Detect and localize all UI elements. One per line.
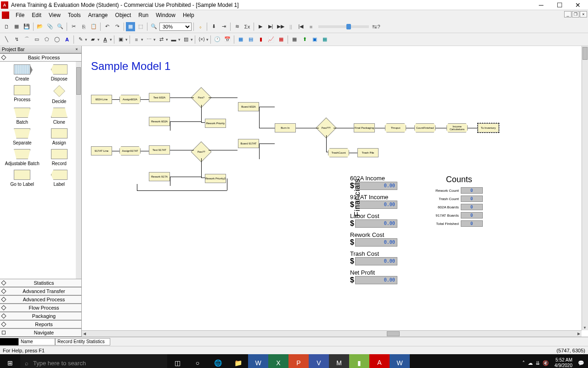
template-button[interactable]: ▦ [12,22,21,31]
node-n5[interactable]: Board 602A [238,102,259,111]
node-n23[interactable]: Trash Pile [357,148,379,157]
taskbar-app-word2[interactable]: W [390,354,410,368]
task-view-button[interactable]: ◫ [167,354,187,368]
panel-header-flow-process[interactable]: Flow Process [0,304,81,312]
minimize-button[interactable]: ─ [532,0,550,10]
resource-button[interactable]: ⬆ [300,35,309,44]
step-button[interactable]: ▶| [266,22,275,31]
maximize-button[interactable]: ☐ [550,0,569,10]
redo-button[interactable]: ↷ [113,22,122,31]
palette-scrollbar[interactable] [76,62,81,279]
menu-view[interactable]: View [45,11,64,19]
panel-header-reports[interactable]: Reports [0,320,81,328]
module-decide[interactable]: Decide [41,85,78,104]
line-style-button[interactable]: ⋯ [144,35,153,44]
node-n2[interactable]: Assign602A [119,95,141,104]
module-label[interactable]: Label [41,170,78,187]
taskbar-app-word[interactable]: W [248,354,268,368]
line-pattern-button[interactable]: ▬ [169,35,178,44]
node-n13[interactable]: Rework 917A [149,172,170,181]
region-button[interactable]: ⬚ [136,22,145,31]
node-n12[interactable]: Board 917AT [238,139,259,148]
panel-header-statistics[interactable]: Statistics [0,279,81,287]
tray-notifications-icon[interactable]: 💬 [578,360,584,366]
plot-button[interactable]: 📈 [266,35,276,44]
text-tool[interactable]: A [62,35,72,44]
module-batch[interactable]: Batch [4,108,41,125]
line-width-button[interactable]: ≡ [132,35,141,44]
flip-button[interactable]: ⟨×⟩ [197,35,206,44]
go-button[interactable]: ▶ [256,22,265,31]
speed-slider[interactable] [318,25,369,28]
node-n15[interactable]: Burn In [275,123,296,132]
pause-button[interactable]: || [286,22,295,31]
system-tray[interactable]: ˄ ☁ ⇊ 🔇 5:52 AM 4/9/2020 💬 [519,357,588,368]
zoom-combo[interactable]: 30% [159,23,192,31]
project-bar-close-button[interactable]: × [74,47,79,52]
spreadsheet-panel[interactable]: Name Record Entity Statistics [0,337,588,346]
menu-arrange[interactable]: Arrange [85,11,112,19]
node-n7[interactable]: Rework Priority [205,119,226,128]
taskbar-search[interactable]: ⌕ Type here to search [20,354,167,368]
mdi-restore-button[interactable]: ❐ [572,11,579,17]
node-n18[interactable]: Thruput [385,123,406,132]
entity-button[interactable]: ▦ [290,35,299,44]
taskbar-app-explorer[interactable]: 📁 [228,354,248,368]
arc-tool[interactable]: ⌒ [22,35,31,44]
tray-clock[interactable]: 5:52 AM 4/9/2020 [552,357,575,368]
clock-button[interactable]: 🕐 [213,35,222,44]
node-n10[interactable]: Test 917AT [149,145,170,155]
variable-button[interactable]: ▦ [236,35,245,44]
menu-file[interactable]: File [12,11,28,19]
polyline-tool[interactable]: ↯ [12,35,21,44]
line-color-button[interactable]: ✎ [76,35,85,44]
date-button[interactable]: 📅 [223,35,232,44]
close-button[interactable]: ✕ [569,0,587,10]
menu-object[interactable]: Object [112,11,135,19]
stop-button[interactable]: ■ [306,22,316,31]
menu-edit[interactable]: Edit [28,11,45,19]
module-assign[interactable]: Assign [41,128,78,145]
menu-help[interactable]: Help [179,11,198,19]
menu-window[interactable]: Window [152,11,179,19]
window-bg-button[interactable]: ▣ [116,35,125,44]
node-n17[interactable]: Final Packaging [354,123,375,132]
text-color-button[interactable]: A [101,35,110,44]
ellipse-tool[interactable]: ◯ [52,35,62,44]
module-record[interactable]: Record [41,149,78,166]
menu-run[interactable]: Run [135,11,152,19]
polygon-tool[interactable]: ⬠ [42,35,51,44]
start-button[interactable]: ⊞ [0,354,20,368]
save-button[interactable]: 💾 [22,22,31,31]
taskbar-app-minitab[interactable]: M [329,354,349,368]
panel-header-advanced-transfer[interactable]: Advanced Transfer [0,287,81,295]
new-button[interactable]: 🗋 [2,22,11,31]
module-separate[interactable]: Separate [4,128,41,145]
expression-button[interactable]: ≋ [232,22,242,31]
node-n1[interactable]: 602A Line [91,95,112,104]
node-n14[interactable]: Rework Priority2 [205,174,226,183]
paste-button[interactable]: 📋 [89,22,98,31]
taskbar-app-visio[interactable]: V [309,354,329,368]
taskbar-app-powerpoint[interactable]: P [288,354,309,368]
mdi-close-button[interactable]: × [580,11,587,17]
panel-header-advanced-process[interactable]: Advanced Process [0,295,81,304]
taskbar-app-arena[interactable]: A [369,354,390,368]
node-n3[interactable]: Test 602A [149,93,170,102]
print-preview-button[interactable]: 🔍 [56,22,65,31]
box-tool[interactable]: ▭ [32,35,41,44]
tray-onedrive-icon[interactable]: ☁ [528,360,533,366]
model-canvas[interactable]: Sample Model 1 602A LineAssign602ATest 6… [82,46,588,337]
cut-button[interactable]: ✂ [69,22,78,31]
module-go-to-label[interactable]: Go to Label [4,170,41,187]
layers-button[interactable]: ▦ [126,22,135,31]
module-process[interactable]: Process [4,85,41,104]
context-help-button[interactable]: ⭾? [372,22,381,31]
node-n19[interactable]: CountFinished [414,123,435,132]
tray-volume-icon[interactable]: 🔇 [543,360,549,366]
node-n22[interactable]: TrashCount [328,148,349,157]
cortana-button[interactable]: ○ [187,354,208,368]
fastforward-button[interactable]: ▶▶ [276,22,285,31]
panel-header-basic-process[interactable]: Basic Process [0,53,81,62]
submodel-button[interactable]: ⬇ [209,22,218,31]
